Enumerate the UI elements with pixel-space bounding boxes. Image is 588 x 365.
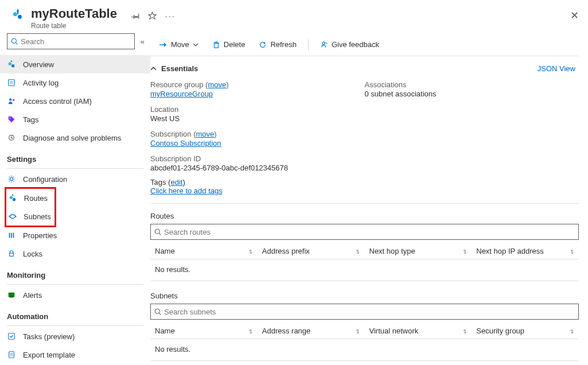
subscription-link[interactable]: Contoso Subscription bbox=[150, 139, 221, 147]
page-header: myRouteTable Route table ··· ✕ bbox=[0, 0, 588, 33]
sort-icon: ↑↓ bbox=[570, 327, 572, 335]
sidebar-item-alerts[interactable]: Alerts bbox=[0, 286, 150, 304]
sidebar-item-subnets[interactable]: Subnets bbox=[6, 207, 54, 226]
add-tags-link[interactable]: Click here to add tags bbox=[150, 187, 223, 195]
feedback-icon bbox=[320, 41, 328, 49]
delete-button[interactable]: Delete bbox=[207, 36, 251, 54]
page-title: myRouteTable bbox=[31, 7, 131, 21]
column-header[interactable]: Next hop type↑↓ bbox=[365, 247, 472, 255]
diagnose-icon bbox=[7, 133, 16, 142]
sidebar-section-monitoring: Monitoring bbox=[0, 263, 150, 281]
chevron-up-icon bbox=[150, 65, 157, 72]
sidebar-item-activity-log[interactable]: Activity log bbox=[0, 73, 150, 92]
favorite-icon[interactable] bbox=[148, 11, 157, 20]
svg-point-0 bbox=[13, 12, 17, 16]
sidebar-item-routes[interactable]: Routes bbox=[6, 189, 54, 207]
divider bbox=[7, 168, 143, 169]
sidebar-item-label: Overview bbox=[23, 60, 54, 69]
sidebar-item-diagnose[interactable]: Diagnose and solve problems bbox=[0, 129, 150, 147]
routes-table-header: Name↑↓ Address prefix↑↓ Next hop type↑↓ … bbox=[150, 243, 579, 259]
sort-icon: ↑↓ bbox=[462, 327, 465, 335]
sidebar-item-tasks[interactable]: Tasks (preview) bbox=[0, 327, 150, 345]
lock-icon bbox=[7, 249, 16, 258]
column-header[interactable]: Name↑↓ bbox=[150, 327, 258, 335]
subnets-search-input[interactable] bbox=[164, 308, 575, 316]
routes-section: Routes Name↑↓ Address prefix↑↓ Next hop … bbox=[150, 209, 579, 281]
access-control-icon bbox=[7, 96, 16, 106]
properties-icon bbox=[7, 231, 16, 240]
tasks-icon bbox=[7, 332, 16, 341]
column-header[interactable]: Virtual network↑↓ bbox=[365, 327, 472, 335]
svg-point-1 bbox=[18, 15, 22, 19]
highlight-annotation: Routes Subnets bbox=[5, 187, 56, 227]
routes-search-input[interactable] bbox=[164, 228, 575, 236]
svg-line-32 bbox=[159, 233, 161, 235]
feedback-button[interactable]: Give feedback bbox=[314, 36, 385, 54]
activity-log-icon bbox=[7, 78, 16, 87]
sidebar-item-label: Tasks (preview) bbox=[23, 332, 75, 341]
sidebar-item-label: Subnets bbox=[24, 212, 51, 221]
tags-edit-link[interactable]: edit bbox=[170, 178, 182, 187]
sidebar-item-locks[interactable]: Locks bbox=[0, 244, 150, 263]
sidebar: « Overview Activity log Access control (… bbox=[0, 33, 150, 365]
move-button[interactable]: Move bbox=[153, 36, 204, 54]
more-icon[interactable]: ··· bbox=[165, 11, 176, 21]
svg-point-14 bbox=[10, 196, 13, 199]
routes-search[interactable] bbox=[150, 224, 579, 240]
sort-icon: ↑↓ bbox=[356, 327, 358, 335]
svg-rect-22 bbox=[9, 293, 15, 297]
sidebar-item-overview[interactable]: Overview bbox=[0, 55, 150, 73]
refresh-icon bbox=[259, 41, 267, 49]
search-icon bbox=[154, 308, 162, 316]
pin-icon[interactable] bbox=[131, 11, 140, 20]
chevron-down-icon bbox=[193, 42, 198, 48]
associations-value: 0 subnet associations bbox=[365, 90, 579, 98]
column-header[interactable]: Next hop IP address↑↓ bbox=[472, 247, 579, 255]
sidebar-item-access-control[interactable]: Access control (IAM) bbox=[0, 92, 150, 110]
svg-point-17 bbox=[15, 216, 17, 218]
resource-group-link[interactable]: myResourceGroup bbox=[150, 90, 213, 98]
column-header[interactable]: Security group↑↓ bbox=[472, 327, 579, 335]
sidebar-item-tags[interactable]: Tags bbox=[0, 110, 150, 129]
sidebar-item-export-template[interactable]: Export template bbox=[0, 345, 150, 364]
json-view-link[interactable]: JSON View bbox=[538, 64, 579, 73]
sort-icon: ↑↓ bbox=[462, 247, 465, 255]
export-template-icon bbox=[7, 350, 16, 359]
sidebar-item-properties[interactable]: Properties bbox=[0, 226, 150, 244]
sidebar-search-input[interactable] bbox=[21, 37, 131, 46]
column-header[interactable]: Address range↑↓ bbox=[258, 327, 365, 335]
delete-icon bbox=[212, 41, 220, 49]
refresh-button[interactable]: Refresh bbox=[253, 36, 302, 54]
close-icon[interactable]: ✕ bbox=[570, 9, 579, 22]
search-icon bbox=[11, 38, 18, 45]
essentials-toggle[interactable]: Essentials bbox=[150, 64, 198, 73]
page-subtitle: Route table bbox=[31, 22, 131, 30]
svg-point-9 bbox=[9, 98, 11, 100]
subscription-move-link[interactable]: move bbox=[196, 130, 215, 138]
resource-group-move-link[interactable]: move bbox=[208, 80, 226, 89]
sidebar-item-label: Locks bbox=[23, 250, 42, 258]
sidebar-item-label: Diagnose and solve problems bbox=[23, 134, 121, 142]
divider bbox=[7, 325, 143, 326]
collapse-sidebar-icon[interactable]: « bbox=[141, 37, 145, 46]
subnets-section: Subnets Name↑↓ Address range↑↓ Virtual n… bbox=[150, 289, 579, 361]
sidebar-item-configuration[interactable]: Configuration bbox=[0, 170, 150, 188]
essentials-panel: Resource group (move) myResourceGroup Lo… bbox=[150, 77, 579, 177]
routes-empty: No results. bbox=[150, 259, 579, 281]
svg-rect-23 bbox=[10, 297, 14, 298]
command-bar: Move Delete Refresh Give feedback bbox=[150, 33, 579, 56]
divider bbox=[150, 203, 579, 204]
subnets-search[interactable] bbox=[150, 304, 579, 320]
route-table-small-icon bbox=[7, 60, 16, 69]
sidebar-item-label: Configuration bbox=[23, 175, 67, 184]
subnets-table-header: Name↑↓ Address range↑↓ Virtual network↑↓… bbox=[150, 323, 579, 339]
subscription-label: Subscription bbox=[150, 130, 192, 138]
location-value: West US bbox=[150, 114, 365, 123]
column-header[interactable]: Address prefix↑↓ bbox=[258, 247, 365, 255]
column-header[interactable]: Name↑↓ bbox=[150, 247, 258, 255]
sidebar-search[interactable] bbox=[7, 33, 135, 49]
sidebar-item-label: Export template bbox=[23, 351, 75, 359]
svg-rect-6 bbox=[9, 80, 15, 86]
resource-group-label: Resource group bbox=[150, 80, 204, 89]
svg-point-30 bbox=[322, 42, 325, 44]
